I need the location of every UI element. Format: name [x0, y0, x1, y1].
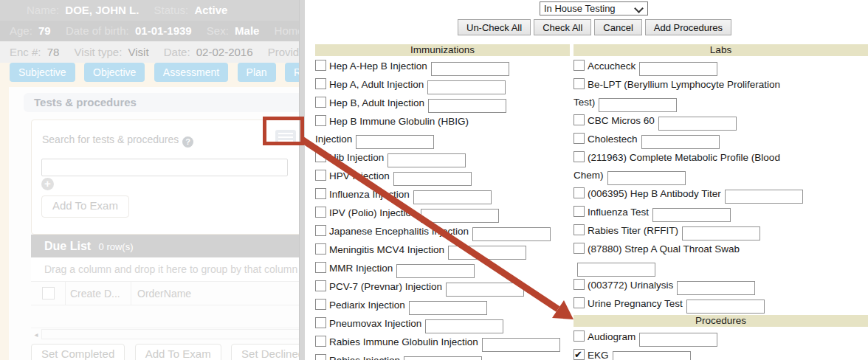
checklist-item: (003772) Urinalysis — [574, 277, 811, 295]
scroll-left-icon[interactable]: ◂ — [31, 330, 41, 339]
select-all-checkbox[interactable] — [42, 287, 55, 300]
item-value-input[interactable] — [577, 263, 655, 277]
item-checkbox[interactable] — [574, 133, 585, 144]
search-label-text: Search for tests & procedures — [42, 134, 179, 145]
item-value-input[interactable] — [677, 281, 755, 295]
item-value-input[interactable] — [652, 208, 731, 222]
due-list-action-button[interactable]: Set Completed — [31, 344, 125, 360]
item-value-input[interactable] — [446, 283, 524, 297]
item-checkbox[interactable] — [315, 262, 326, 273]
item-checkbox[interactable] — [574, 297, 585, 308]
item-value-input[interactable] — [725, 190, 803, 204]
item-value-input[interactable] — [413, 190, 492, 204]
item-checkbox[interactable] — [315, 336, 326, 347]
item-value-input[interactable] — [472, 227, 551, 241]
item-value-input[interactable] — [431, 62, 509, 76]
category-select[interactable]: In House Testing — [540, 1, 648, 15]
note-tab[interactable]: Results — [285, 63, 299, 82]
item-checkbox[interactable] — [574, 279, 585, 290]
item-checkbox[interactable] — [574, 151, 585, 162]
item-checkbox[interactable] — [574, 206, 585, 217]
item-checkbox[interactable] — [574, 330, 585, 342]
item-value-input[interactable] — [404, 356, 482, 360]
item-checkbox[interactable] — [574, 60, 585, 71]
item-checkbox[interactable] — [315, 207, 326, 218]
item-value-input[interactable] — [421, 209, 499, 223]
item-value-input[interactable] — [448, 246, 526, 260]
item-value-input[interactable] — [639, 62, 717, 76]
item-checkbox[interactable] — [574, 187, 585, 198]
item-checkbox[interactable] — [574, 78, 585, 89]
checklist-item: Rabies Immune Globulin Injection — [315, 333, 570, 352]
item-value-input[interactable] — [599, 98, 677, 112]
age-label: Age: — [10, 24, 32, 37]
item-value-input[interactable] — [388, 153, 466, 167]
note-tabs: Subjective Objective Assessment Plan Res… — [10, 63, 299, 87]
item-checkbox[interactable] — [315, 225, 326, 236]
item-checkbox[interactable] — [315, 115, 326, 126]
note-tab[interactable]: Plan — [238, 63, 276, 82]
item-value-input[interactable] — [393, 172, 472, 186]
column-order-name[interactable]: OrderName — [131, 282, 299, 305]
item-value-input[interactable] — [482, 338, 560, 352]
search-input[interactable] — [41, 159, 288, 176]
item-checkbox[interactable] — [574, 349, 585, 360]
note-tab[interactable]: Objective — [84, 63, 145, 82]
item-checkbox[interactable] — [315, 97, 326, 108]
date-value: 02-02-2016 — [196, 46, 253, 58]
add-to-exam-button[interactable]: Add To Exam — [41, 195, 129, 218]
item-checkbox[interactable] — [574, 243, 585, 254]
scrollbar-track[interactable] — [41, 329, 299, 339]
item-value-input[interactable] — [686, 300, 765, 314]
due-list-action-button[interactable]: Add To Exam — [135, 344, 221, 360]
item-value-input[interactable] — [607, 171, 686, 185]
age-value: 79 — [38, 24, 51, 37]
item-checkbox[interactable] — [315, 170, 326, 181]
column-create-date[interactable]: Create D... — [66, 282, 131, 305]
item-checkbox[interactable] — [315, 60, 326, 71]
item-label: Rabies Titer (RFFIT) — [588, 225, 678, 236]
dialog-toolbar-button[interactable]: Add Procedures — [645, 19, 731, 35]
checklist-item: Audiogram — [574, 328, 811, 347]
item-value-input[interactable] — [425, 319, 503, 333]
item-value-input[interactable] — [658, 117, 737, 131]
dialog-toolbar-button[interactable]: Cancel — [594, 19, 641, 35]
add-plus-icon[interactable]: + — [41, 178, 54, 190]
dialog-toolbar-button[interactable]: Check All — [534, 19, 591, 35]
item-checkbox[interactable] — [315, 280, 326, 291]
item-checkbox[interactable] — [315, 317, 326, 328]
item-value-input[interactable] — [682, 226, 760, 240]
item-value-input[interactable] — [639, 333, 717, 347]
item-value-input[interactable] — [428, 99, 506, 113]
note-tab[interactable]: Subjective — [10, 63, 75, 82]
item-value-input[interactable] — [641, 135, 720, 149]
item-checkbox[interactable] — [315, 188, 326, 199]
dob-value: 01-01-1939 — [135, 24, 192, 37]
item-value-input[interactable] — [396, 264, 475, 278]
dob-label: Date of birth: — [66, 24, 129, 37]
item-checkbox[interactable] — [574, 224, 585, 235]
checklist-item: Hep B Immune Globulin (HBIG) Injection — [315, 113, 570, 149]
item-checkbox[interactable] — [315, 78, 326, 89]
item-value-input[interactable] — [613, 351, 691, 360]
item-label: Pediarix Injection — [329, 300, 405, 311]
checklist-item: (211963) Complete Metabolic Profile (Blo… — [574, 149, 811, 185]
help-icon[interactable]: ? — [182, 136, 193, 148]
item-checkbox[interactable] — [315, 243, 326, 255]
item-checkbox[interactable] — [315, 151, 326, 162]
due-list-action-button[interactable]: Set Declined — [231, 344, 299, 360]
item-checkbox[interactable] — [315, 354, 326, 360]
item-value-input[interactable] — [356, 135, 434, 149]
item-checkbox[interactable] — [574, 114, 585, 125]
item-value-input[interactable] — [427, 80, 506, 94]
item-label: EKG — [588, 350, 609, 360]
horizontal-scrollbar[interactable]: ◂ — [31, 328, 299, 340]
due-list-title: Due List — [44, 240, 91, 252]
note-tab[interactable]: Assessment — [154, 63, 228, 82]
procedures-section: Procedures Audiogram EKG Irrigation of E… — [574, 315, 868, 360]
search-label: Search for tests & procedures? — [42, 134, 193, 148]
item-checkbox[interactable] — [315, 299, 326, 310]
item-value-input[interactable] — [409, 301, 487, 315]
item-label: Audiogram — [588, 331, 636, 342]
dialog-toolbar-button[interactable]: Un-Check All — [458, 19, 531, 35]
